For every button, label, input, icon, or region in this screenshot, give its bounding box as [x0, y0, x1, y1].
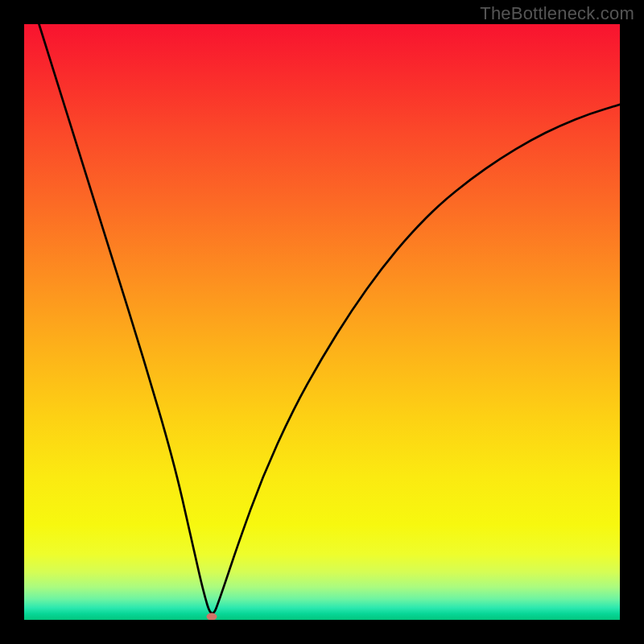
chart-container: TheBottleneck.com	[0, 0, 644, 644]
bottleneck-curve	[24, 24, 620, 620]
site-watermark: TheBottleneck.com	[480, 3, 634, 24]
plot-area	[24, 24, 620, 620]
minimum-point-marker	[207, 613, 217, 620]
